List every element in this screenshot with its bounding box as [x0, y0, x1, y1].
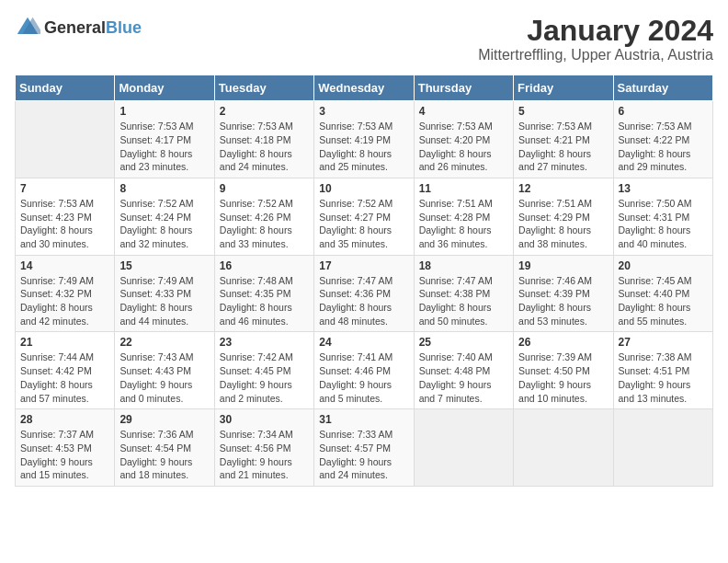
- day-number: 12: [518, 182, 608, 195]
- calendar-week-row: 21Sunrise: 7:44 AMSunset: 4:42 PMDayligh…: [16, 332, 713, 409]
- calendar-cell: 13Sunrise: 7:50 AMSunset: 4:31 PMDayligh…: [613, 178, 712, 255]
- day-number: 1: [119, 105, 209, 118]
- logo-general: General: [44, 18, 106, 37]
- weekday-header: Monday: [115, 75, 214, 101]
- weekday-header: Friday: [514, 75, 613, 101]
- calendar-cell: 1Sunrise: 7:53 AMSunset: 4:17 PMDaylight…: [115, 101, 214, 178]
- day-number: 13: [619, 182, 708, 195]
- day-info: Sunrise: 7:47 AMSunset: 4:36 PMDaylight:…: [319, 274, 408, 328]
- calendar-cell: 6Sunrise: 7:53 AMSunset: 4:22 PMDaylight…: [613, 101, 712, 178]
- day-info: Sunrise: 7:39 AMSunset: 4:50 PMDaylight:…: [518, 350, 608, 405]
- day-info: Sunrise: 7:52 AMSunset: 4:24 PMDaylight:…: [119, 197, 209, 251]
- page-title: January 2024: [478, 15, 713, 47]
- calendar-cell: 5Sunrise: 7:53 AMSunset: 4:21 PMDaylight…: [514, 101, 613, 178]
- title-block: January 2024 Mittertreffling, Upper Aust…: [478, 15, 713, 63]
- calendar-cell: 9Sunrise: 7:52 AMSunset: 4:26 PMDaylight…: [214, 178, 313, 255]
- day-info: Sunrise: 7:53 AMSunset: 4:23 PMDaylight:…: [20, 197, 109, 251]
- calendar-cell: 14Sunrise: 7:49 AMSunset: 4:32 PMDayligh…: [16, 255, 115, 332]
- day-number: 17: [319, 259, 408, 272]
- day-number: 14: [20, 259, 109, 272]
- day-info: Sunrise: 7:53 AMSunset: 4:18 PMDaylight:…: [220, 120, 309, 174]
- calendar-cell: 27Sunrise: 7:38 AMSunset: 4:51 PMDayligh…: [613, 332, 712, 409]
- page-header: GeneralBlue January 2024 Mittertreffling…: [15, 15, 713, 63]
- day-number: 20: [619, 259, 708, 272]
- logo-blue: Blue: [106, 18, 142, 37]
- calendar-cell: 7Sunrise: 7:53 AMSunset: 4:23 PMDaylight…: [16, 178, 115, 255]
- calendar-week-row: 1Sunrise: 7:53 AMSunset: 4:17 PMDaylight…: [16, 101, 713, 178]
- calendar-cell: 30Sunrise: 7:34 AMSunset: 4:56 PMDayligh…: [214, 409, 313, 487]
- calendar-cell: 2Sunrise: 7:53 AMSunset: 4:18 PMDaylight…: [214, 101, 313, 178]
- day-info: Sunrise: 7:34 AMSunset: 4:56 PMDaylight:…: [220, 428, 309, 482]
- day-number: 11: [419, 182, 508, 195]
- day-info: Sunrise: 7:49 AMSunset: 4:32 PMDaylight:…: [20, 274, 109, 328]
- calendar-cell: 25Sunrise: 7:40 AMSunset: 4:48 PMDayligh…: [414, 332, 513, 409]
- day-number: 29: [119, 413, 209, 426]
- day-number: 19: [518, 259, 608, 272]
- day-info: Sunrise: 7:52 AMSunset: 4:27 PMDaylight:…: [319, 197, 408, 251]
- calendar-cell: 26Sunrise: 7:39 AMSunset: 4:50 PMDayligh…: [514, 332, 613, 409]
- day-info: Sunrise: 7:51 AMSunset: 4:28 PMDaylight:…: [419, 197, 508, 251]
- calendar-cell: 10Sunrise: 7:52 AMSunset: 4:27 PMDayligh…: [314, 178, 414, 255]
- calendar-week-row: 28Sunrise: 7:37 AMSunset: 4:53 PMDayligh…: [16, 409, 713, 487]
- day-number: 31: [319, 413, 408, 426]
- page-subtitle: Mittertreffling, Upper Austria, Austria: [478, 47, 713, 63]
- day-info: Sunrise: 7:53 AMSunset: 4:21 PMDaylight:…: [518, 120, 608, 174]
- day-info: Sunrise: 7:46 AMSunset: 4:39 PMDaylight:…: [518, 274, 608, 328]
- day-info: Sunrise: 7:33 AMSunset: 4:57 PMDaylight:…: [319, 428, 408, 482]
- day-info: Sunrise: 7:47 AMSunset: 4:38 PMDaylight:…: [419, 274, 508, 328]
- day-number: 26: [518, 336, 608, 349]
- calendar-cell: 12Sunrise: 7:51 AMSunset: 4:29 PMDayligh…: [514, 178, 613, 255]
- day-number: 8: [119, 182, 209, 195]
- day-number: 27: [619, 336, 708, 349]
- day-number: 4: [419, 105, 508, 118]
- day-number: 5: [518, 105, 608, 118]
- calendar-week-row: 7Sunrise: 7:53 AMSunset: 4:23 PMDaylight…: [16, 178, 713, 255]
- day-number: 24: [319, 336, 408, 349]
- day-info: Sunrise: 7:45 AMSunset: 4:40 PMDaylight:…: [619, 274, 708, 328]
- calendar-cell: 11Sunrise: 7:51 AMSunset: 4:28 PMDayligh…: [414, 178, 513, 255]
- logo-icon: [15, 15, 40, 40]
- day-info: Sunrise: 7:53 AMSunset: 4:19 PMDaylight:…: [319, 120, 408, 174]
- day-info: Sunrise: 7:36 AMSunset: 4:54 PMDaylight:…: [119, 428, 209, 482]
- calendar-cell: [414, 409, 513, 487]
- day-info: Sunrise: 7:50 AMSunset: 4:31 PMDaylight:…: [619, 197, 708, 251]
- calendar-cell: 22Sunrise: 7:43 AMSunset: 4:43 PMDayligh…: [115, 332, 214, 409]
- weekday-header: Saturday: [613, 75, 712, 101]
- calendar-week-row: 14Sunrise: 7:49 AMSunset: 4:32 PMDayligh…: [16, 255, 713, 332]
- day-info: Sunrise: 7:48 AMSunset: 4:35 PMDaylight:…: [220, 274, 309, 328]
- day-info: Sunrise: 7:38 AMSunset: 4:51 PMDaylight:…: [619, 350, 708, 405]
- day-info: Sunrise: 7:42 AMSunset: 4:45 PMDaylight:…: [220, 350, 309, 405]
- day-number: 18: [419, 259, 508, 272]
- day-info: Sunrise: 7:53 AMSunset: 4:17 PMDaylight:…: [119, 120, 209, 174]
- day-number: 7: [20, 182, 109, 195]
- calendar-table: SundayMondayTuesdayWednesdayThursdayFrid…: [15, 75, 713, 487]
- calendar-cell: 24Sunrise: 7:41 AMSunset: 4:46 PMDayligh…: [314, 332, 414, 409]
- calendar-cell: 3Sunrise: 7:53 AMSunset: 4:19 PMDaylight…: [314, 101, 414, 178]
- calendar-cell: 23Sunrise: 7:42 AMSunset: 4:45 PMDayligh…: [214, 332, 313, 409]
- weekday-header: Thursday: [414, 75, 513, 101]
- day-info: Sunrise: 7:44 AMSunset: 4:42 PMDaylight:…: [20, 350, 109, 405]
- calendar-cell: 15Sunrise: 7:49 AMSunset: 4:33 PMDayligh…: [115, 255, 214, 332]
- day-number: 30: [220, 413, 309, 426]
- weekday-header: Tuesday: [214, 75, 313, 101]
- day-info: Sunrise: 7:52 AMSunset: 4:26 PMDaylight:…: [220, 197, 309, 251]
- day-number: 23: [220, 336, 309, 349]
- logo: GeneralBlue: [15, 15, 142, 40]
- calendar-cell: 31Sunrise: 7:33 AMSunset: 4:57 PMDayligh…: [314, 409, 414, 487]
- weekday-header: Sunday: [16, 75, 115, 101]
- day-number: 6: [619, 105, 708, 118]
- day-info: Sunrise: 7:49 AMSunset: 4:33 PMDaylight:…: [119, 274, 209, 328]
- calendar-cell: 4Sunrise: 7:53 AMSunset: 4:20 PMDaylight…: [414, 101, 513, 178]
- day-number: 9: [220, 182, 309, 195]
- day-info: Sunrise: 7:43 AMSunset: 4:43 PMDaylight:…: [119, 350, 209, 405]
- day-number: 2: [220, 105, 309, 118]
- day-info: Sunrise: 7:40 AMSunset: 4:48 PMDaylight:…: [419, 350, 508, 405]
- calendar-cell: 19Sunrise: 7:46 AMSunset: 4:39 PMDayligh…: [514, 255, 613, 332]
- weekday-header: Wednesday: [314, 75, 414, 101]
- day-number: 28: [20, 413, 109, 426]
- day-info: Sunrise: 7:51 AMSunset: 4:29 PMDaylight:…: [518, 197, 608, 251]
- day-info: Sunrise: 7:37 AMSunset: 4:53 PMDaylight:…: [20, 428, 109, 482]
- day-number: 15: [119, 259, 209, 272]
- day-info: Sunrise: 7:53 AMSunset: 4:22 PMDaylight:…: [619, 120, 708, 174]
- calendar-cell: 8Sunrise: 7:52 AMSunset: 4:24 PMDaylight…: [115, 178, 214, 255]
